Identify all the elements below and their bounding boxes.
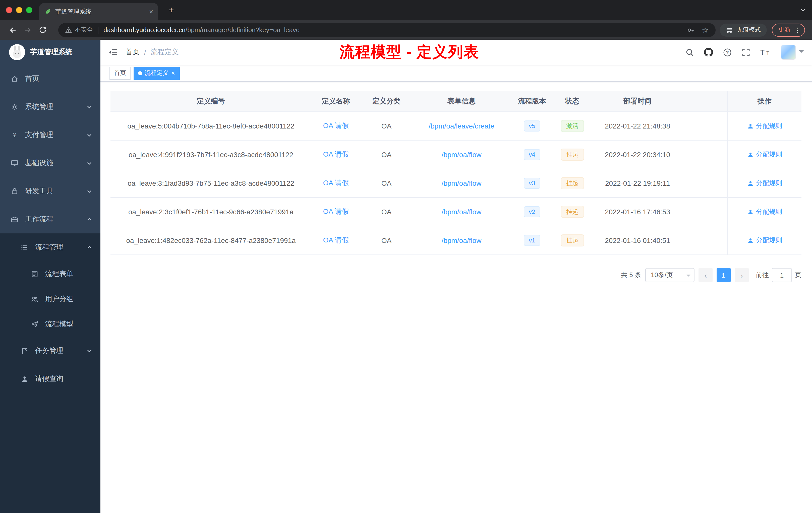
sidebar-item-label: 流程管理: [35, 243, 63, 252]
sidebar-item-leave-query[interactable]: 请假查询: [0, 365, 100, 393]
svg-text:¥: ¥: [12, 131, 17, 139]
tag-home[interactable]: 首页: [110, 66, 130, 80]
definition-name-link[interactable]: OA 请假: [323, 150, 349, 158]
version-badge: v3: [524, 177, 540, 189]
screen: 芋道管理系统 × + 不安全 dashboard.yudao.iocoder.c…: [0, 0, 812, 513]
reload-button[interactable]: [35, 22, 50, 37]
sidebar-item-infrastructure[interactable]: 基础设施: [0, 149, 100, 177]
flag-icon: [20, 347, 29, 355]
sidebar-item-label: 流程模型: [45, 320, 73, 329]
address-bar[interactable]: 不安全 dashboard.yudao.iocoder.cn/bpm/manag…: [58, 23, 716, 37]
next-page-button[interactable]: ›: [735, 268, 749, 282]
tag-process-definition[interactable]: 流程定义 ×: [134, 66, 179, 80]
sidebar-item-user-group[interactable]: 用户分组: [0, 286, 100, 312]
assign-rule-link[interactable]: 分配规则: [747, 150, 782, 159]
browser-toolbar: 不安全 dashboard.yudao.iocoder.cn/bpm/manag…: [0, 20, 812, 40]
column-header: 定义分类: [360, 97, 412, 105]
font-size-icon[interactable]: TT: [760, 48, 771, 56]
person-icon: [747, 180, 754, 186]
monitor-icon: [10, 159, 19, 167]
svg-text:T: T: [760, 49, 764, 56]
person-icon: [20, 375, 29, 383]
bookmark-star-icon[interactable]: ☆: [702, 25, 708, 34]
form-link[interactable]: /bpm/oa/flow: [442, 236, 482, 244]
sidebar-collapse-button[interactable]: [100, 48, 125, 56]
goto-unit: 页: [795, 271, 802, 280]
assign-rule-link[interactable]: 分配规则: [747, 179, 782, 188]
tag-label: 首页: [114, 69, 126, 77]
back-button[interactable]: [5, 22, 20, 37]
version-badge: v1: [524, 235, 540, 246]
breadcrumb-home[interactable]: 首页: [125, 48, 140, 57]
minimize-window-button[interactable]: [16, 7, 22, 13]
current-page-button[interactable]: 1: [717, 268, 731, 282]
help-icon[interactable]: ?: [723, 48, 732, 57]
browser-menu-icon[interactable]: ⋮: [794, 26, 801, 34]
tab-close-icon[interactable]: ×: [149, 8, 153, 15]
definition-name-link[interactable]: OA 请假: [323, 207, 349, 215]
search-icon[interactable]: [686, 48, 694, 57]
person-icon: [747, 237, 754, 244]
tag-close-icon[interactable]: ×: [171, 70, 175, 76]
person-icon: [747, 151, 754, 158]
definition-name-link[interactable]: OA 请假: [323, 179, 349, 187]
goto-page: 前往 页: [756, 268, 802, 282]
status-badge: 激活: [561, 120, 584, 132]
close-window-button[interactable]: [6, 7, 12, 13]
assign-rule-link[interactable]: 分配规则: [747, 121, 782, 130]
deploy-time: 2022-01-22 21:48:38: [591, 122, 684, 130]
sidebar-item-label: 任务管理: [35, 346, 63, 355]
chevron-up-icon: [86, 244, 92, 250]
sidebar-item-dev-tools[interactable]: 研发工具: [0, 177, 100, 205]
form-link[interactable]: /bpm/oa/flow: [442, 151, 482, 159]
sidebar-item-label: 用户分组: [45, 295, 73, 304]
sidebar-item-label: 支付管理: [25, 130, 53, 140]
page-annotation: 流程模型 - 定义列表: [340, 42, 479, 62]
browser-tab-strip: 芋道管理系统 × +: [0, 0, 812, 20]
form-link[interactable]: /bpm/oa/flow: [442, 208, 482, 216]
paper-plane-icon: [30, 320, 39, 328]
sidebar-item-process-model[interactable]: 流程模型: [0, 312, 100, 337]
form-link[interactable]: /bpm/oa/flow: [442, 179, 482, 187]
page-size-select[interactable]: 10条/页: [645, 268, 695, 282]
definition-name-link[interactable]: OA 请假: [323, 121, 349, 129]
tab-search-chevron-icon[interactable]: [800, 7, 806, 13]
update-chrome-button[interactable]: 更新 ⋮: [772, 23, 805, 36]
github-icon[interactable]: [704, 48, 713, 57]
window-controls: [6, 7, 32, 13]
sidebar-item-home[interactable]: 首页: [0, 65, 100, 93]
sidebar-item-process-management[interactable]: 流程管理: [0, 233, 100, 262]
browser-tab[interactable]: 芋道管理系统 ×: [39, 3, 158, 20]
sidebar-item-label: 请假查询: [35, 374, 63, 384]
sidebar-item-system[interactable]: 系统管理: [0, 93, 100, 121]
sidebar-item-task-management[interactable]: 任务管理: [0, 337, 100, 365]
form-link[interactable]: /bpm/oa/leave/create: [429, 122, 494, 130]
assign-rule-link[interactable]: 分配规则: [747, 207, 782, 216]
prev-page-button[interactable]: ‹: [698, 268, 713, 282]
sidebar-item-label: 系统管理: [25, 102, 53, 112]
sidebar-item-payment[interactable]: ¥ 支付管理: [0, 121, 100, 149]
navbar-actions: ? TT: [686, 45, 812, 60]
sidebar-item-process-form[interactable]: 流程表单: [0, 262, 100, 286]
security-chip[interactable]: 不安全: [65, 26, 93, 34]
assign-rule-link[interactable]: 分配规则: [747, 236, 782, 245]
password-key-icon[interactable]: [687, 26, 695, 34]
sidebar-item-label: 工作流程: [25, 215, 53, 224]
tab-title: 芋道管理系统: [55, 7, 145, 16]
chevron-down-icon: [86, 188, 92, 194]
page-goto-input[interactable]: [772, 268, 792, 282]
tags-view: 首页 流程定义 ×: [100, 65, 812, 82]
fullscreen-icon[interactable]: [742, 48, 750, 57]
sidebar-item-workflow[interactable]: 工作流程: [0, 205, 100, 233]
new-tab-button[interactable]: +: [164, 3, 178, 17]
briefcase-icon: [10, 215, 19, 223]
sidebar-item-label: 首页: [25, 74, 39, 83]
forward-button[interactable]: [20, 22, 35, 37]
maximize-window-button[interactable]: [26, 7, 32, 13]
definition-name-link[interactable]: OA 请假: [323, 236, 349, 244]
table-row: oa_leave:2:3c1f0ef1-76b1-11ec-9c66-a2380…: [111, 198, 802, 227]
avatar[interactable]: [781, 45, 796, 60]
yen-icon: ¥: [10, 131, 19, 139]
user-menu[interactable]: [781, 45, 804, 60]
url-text: dashboard.yudao.iocoder.cn/bpm/manager/d…: [104, 26, 299, 34]
